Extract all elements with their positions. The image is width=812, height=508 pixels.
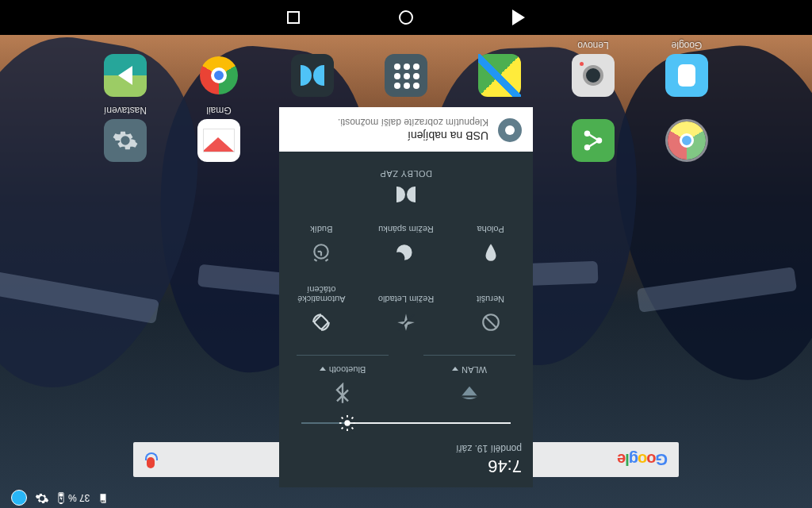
usb-notification[interactable]: USB na nabíjení Klepnutím zobrazíte dalš… bbox=[279, 107, 533, 152]
chrome-app-icon[interactable] bbox=[197, 54, 240, 97]
svg-rect-1 bbox=[102, 501, 103, 502]
dolby-tile[interactable]: DOLBY ZAP bbox=[279, 152, 533, 214]
location-tile[interactable]: Poloha bbox=[448, 218, 533, 269]
notification-icon bbox=[498, 118, 522, 142]
svg-point-6 bbox=[344, 420, 350, 425]
settings-label: Nastavení bbox=[78, 105, 173, 116]
dolby-app-icon[interactable] bbox=[291, 54, 334, 97]
airplane-tile[interactable]: Režim Letadlo bbox=[364, 279, 449, 339]
quick-settings-panel: 7:46 pondělí 19. září WLAN Bluetooth bbox=[279, 107, 533, 487]
battery-indicator: 37 % bbox=[57, 491, 90, 504]
brightness-slider[interactable] bbox=[279, 416, 533, 440]
battery-percent: 37 % bbox=[68, 492, 90, 503]
autorotate-tile[interactable]: Automatické otáčení bbox=[279, 279, 364, 339]
jar-app-icon[interactable]: Google bbox=[665, 54, 708, 97]
dnd-label: Nerušit bbox=[477, 294, 504, 304]
svg-rect-5 bbox=[59, 493, 63, 496]
svg-rect-0 bbox=[104, 501, 105, 502]
bluetooth-icon bbox=[331, 379, 354, 405]
notification-subtitle: Klepnutím zobrazíte další možnosti. bbox=[338, 117, 488, 128]
google-logo: Google bbox=[618, 451, 668, 469]
location-label: Poloha bbox=[477, 225, 504, 234]
user-avatar[interactable] bbox=[11, 490, 27, 506]
alarm-label: Budík bbox=[310, 225, 332, 234]
svg-rect-4 bbox=[59, 502, 62, 504]
recents-icon bbox=[287, 11, 300, 24]
clock-date: pondělí 19. září bbox=[290, 443, 522, 454]
back-button[interactable] bbox=[510, 9, 527, 26]
brightness-icon[interactable] bbox=[339, 414, 356, 432]
wlan-tile[interactable]: WLAN bbox=[406, 348, 533, 411]
share-app-icon[interactable] bbox=[572, 119, 615, 162]
lenovo-folder-label: Lenovo bbox=[546, 40, 641, 51]
gmail-app-icon[interactable]: Gmail bbox=[197, 119, 240, 162]
svg-line-13 bbox=[352, 418, 354, 419]
svg-text:1m: 1m bbox=[396, 253, 404, 259]
navigation-bar bbox=[0, 0, 812, 35]
bluetooth-tile[interactable]: Bluetooth bbox=[279, 348, 406, 411]
airplane-label: Režim Letadlo bbox=[378, 294, 434, 304]
app-drawer-icon[interactable] bbox=[385, 54, 427, 97]
chevron-down-icon bbox=[320, 367, 326, 371]
dolby-label: DOLBY ZAP bbox=[380, 169, 432, 179]
google-folder-label: Google bbox=[639, 40, 734, 51]
settings-app-icon[interactable]: Nastavení bbox=[104, 119, 147, 162]
maps-app-icon[interactable] bbox=[478, 54, 521, 97]
home-button[interactable] bbox=[397, 9, 415, 26]
location-icon bbox=[481, 239, 501, 263]
dnd-tile[interactable]: Nerušit bbox=[448, 279, 533, 339]
sleep-label: Režim spánku bbox=[378, 225, 434, 234]
sd-card-icon bbox=[98, 491, 109, 506]
svg-line-14 bbox=[342, 428, 343, 429]
clock-time: 7:46 bbox=[290, 456, 522, 476]
wifi-icon bbox=[458, 379, 481, 405]
notification-title: USB na nabíjení bbox=[338, 129, 488, 142]
sleep-tile[interactable]: 1m Režim spánku bbox=[364, 218, 449, 269]
gmail-label: Gmail bbox=[171, 105, 266, 116]
dnd-icon bbox=[481, 309, 501, 333]
alarm-icon bbox=[311, 239, 331, 263]
settings-icon[interactable] bbox=[35, 490, 49, 506]
wlan-label: WLAN bbox=[462, 365, 487, 375]
svg-line-24 bbox=[315, 260, 317, 261]
camera-app-icon[interactable]: Lenovo bbox=[572, 54, 615, 97]
svg-line-12 bbox=[342, 418, 343, 419]
airplane-icon bbox=[396, 309, 416, 333]
status-bar: 37 % bbox=[0, 487, 812, 508]
home-icon bbox=[399, 10, 413, 25]
autorotate-label: Automatické otáčení bbox=[282, 285, 361, 304]
mic-icon[interactable] bbox=[144, 451, 157, 468]
svg-line-16 bbox=[485, 316, 496, 328]
moon-icon: 1m bbox=[396, 239, 416, 263]
svg-line-11 bbox=[352, 428, 354, 429]
dolby-icon bbox=[396, 187, 416, 202]
play-store-icon[interactable] bbox=[104, 54, 147, 97]
svg-line-23 bbox=[326, 260, 328, 261]
chevron-down-icon bbox=[452, 367, 458, 371]
rotate-icon bbox=[311, 309, 331, 333]
recents-button[interactable] bbox=[285, 9, 302, 26]
back-icon bbox=[512, 10, 525, 25]
svg-rect-2 bbox=[101, 501, 102, 502]
chrome-variant-app-icon[interactable] bbox=[665, 119, 708, 162]
alarm-tile[interactable]: Budík bbox=[279, 218, 364, 269]
bluetooth-label: Bluetooth bbox=[329, 365, 366, 375]
